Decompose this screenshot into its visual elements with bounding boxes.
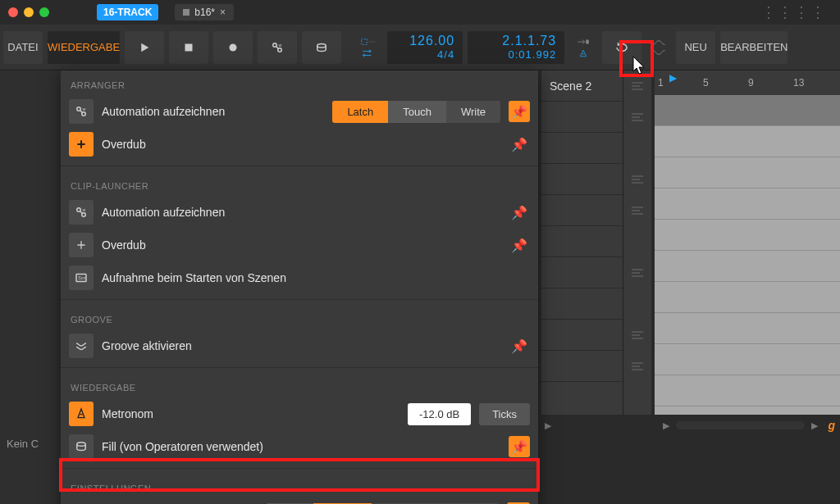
- loop-toggles[interactable]: [354, 31, 382, 64]
- bars-icon: [631, 361, 644, 371]
- stop-button[interactable]: [169, 31, 208, 64]
- tempo-display[interactable]: 126.00 4/4: [387, 31, 463, 64]
- track-icon-column: [623, 70, 651, 415]
- section-clip: CLIP-LAUNCHER: [61, 171, 538, 196]
- scroll-play-icon[interactable]: ▶: [660, 419, 673, 432]
- row-label: Automation aufzeichnen: [102, 105, 324, 118]
- row-label: Fill (von Operatoren verwendet): [102, 440, 500, 453]
- metronome-icon[interactable]: [69, 402, 94, 426]
- bars-icon: [631, 268, 644, 278]
- bars-icon: [631, 175, 644, 184]
- row-label: Aufnahme beim Starten von Szenen: [102, 271, 530, 284]
- fill-button[interactable]: [302, 31, 341, 64]
- seg-touch[interactable]: Touch: [388, 101, 446, 123]
- window-controls[interactable]: [8, 7, 49, 17]
- section-groove: GROOVE: [61, 305, 538, 329]
- pin-icon[interactable]: 📌: [509, 134, 530, 155]
- playback-menu[interactable]: WIEDERGABE: [48, 31, 120, 64]
- svg-rect-8: [586, 39, 588, 43]
- svg-point-5: [317, 43, 326, 48]
- fill-icon[interactable]: [69, 434, 94, 459]
- groove-icon[interactable]: [69, 334, 94, 358]
- curve-toggles[interactable]: [646, 31, 671, 64]
- section-arranger: ARRANGER: [61, 70, 538, 95]
- overdub-icon[interactable]: [69, 233, 94, 257]
- section-playback: WIEDERGABE: [61, 373, 538, 397]
- track-badge: 16-TRACK: [97, 4, 158, 20]
- max-dot[interactable]: [39, 7, 49, 17]
- svg-rect-6: [362, 39, 368, 44]
- tab-dirty-icon: [183, 9, 189, 16]
- svg-text:w: w: [83, 107, 86, 111]
- row-label: Overdub: [102, 138, 500, 151]
- bars-icon: [631, 81, 644, 91]
- min-dot[interactable]: [24, 7, 34, 17]
- scene-slot[interactable]: [541, 102, 623, 133]
- row-label: Overdub: [102, 238, 500, 252]
- bars-icon: [631, 206, 644, 216]
- svg-text:w: w: [83, 207, 86, 212]
- automation-icon[interactable]: w: [69, 200, 94, 225]
- edit-button[interactable]: BEARBEITEN: [720, 31, 788, 64]
- g-indicator: g: [828, 419, 835, 432]
- row-label: Automation aufzeichnen: [102, 206, 500, 219]
- row-label: Groove aktivieren: [102, 339, 500, 352]
- pin-icon[interactable]: 📌: [509, 436, 530, 457]
- left-gutter: Kein C: [0, 70, 61, 504]
- scene-record-icon[interactable]: Scn: [69, 266, 94, 290]
- pin-icon[interactable]: 📌: [509, 335, 530, 356]
- row-label: Metronom: [102, 407, 399, 420]
- grip-icon: ⋮⋮⋮⋮: [761, 3, 827, 21]
- play-button[interactable]: [125, 31, 164, 64]
- svg-point-1: [230, 43, 237, 51]
- metronome-db[interactable]: -12.0 dB: [408, 403, 471, 425]
- svg-text:Scn: Scn: [78, 275, 85, 280]
- position-display[interactable]: 2.1.1.73 0:01.992: [468, 31, 564, 64]
- scene-slot[interactable]: [541, 195, 623, 226]
- scene-slot[interactable]: [541, 288, 623, 320]
- scene-slot[interactable]: [541, 164, 623, 195]
- timeline-ruler[interactable]: ▶ 1 5 9 13: [655, 70, 840, 95]
- document-tab[interactable]: b16* ×: [175, 4, 234, 20]
- svg-point-19: [77, 443, 86, 447]
- punch-toggles[interactable]: [569, 31, 597, 64]
- h-scrollbar[interactable]: ▶ ▶ ▶ g: [541, 418, 835, 433]
- new-button[interactable]: NEU: [676, 31, 715, 64]
- record-button[interactable]: [213, 31, 253, 64]
- loop-button[interactable]: [602, 31, 641, 64]
- pin-icon[interactable]: 📌: [509, 101, 530, 122]
- svg-text:w: w: [279, 43, 282, 48]
- overdub-icon[interactable]: [69, 132, 94, 157]
- scene-slot[interactable]: [541, 226, 623, 257]
- playback-panel: ARRANGER w Automation aufzeichnen Latch …: [61, 70, 538, 504]
- no-clip-label: Kein C: [7, 438, 54, 450]
- file-menu[interactable]: DATEI: [3, 31, 43, 64]
- pin-icon[interactable]: 📌: [509, 202, 530, 223]
- scene-slot[interactable]: [541, 351, 623, 382]
- seg-latch[interactable]: Latch: [332, 101, 388, 123]
- ticks-button[interactable]: Ticks: [479, 403, 530, 425]
- automation-icon[interactable]: w: [69, 99, 94, 124]
- scene-slot[interactable]: [541, 257, 623, 288]
- pin-icon[interactable]: 📌: [509, 234, 530, 256]
- automation-write-button[interactable]: w: [258, 31, 297, 64]
- section-settings: EINSTELLUNGEN: [61, 474, 538, 498]
- scene-cell[interactable]: Scene 2: [541, 70, 623, 102]
- scene-slot[interactable]: [541, 320, 623, 351]
- bars-icon: [631, 112, 644, 122]
- svg-rect-0: [185, 43, 193, 51]
- scroll-left-icon[interactable]: ▶: [541, 419, 555, 432]
- scroll-right-icon[interactable]: ▶: [808, 419, 821, 432]
- automation-mode-group[interactable]: Latch Touch Write: [332, 101, 500, 123]
- seg-write[interactable]: Write: [446, 101, 500, 123]
- tab-close-icon[interactable]: ×: [220, 7, 226, 18]
- scene-column: Scene 2: [541, 70, 623, 415]
- scene-slot[interactable]: [541, 133, 623, 164]
- tab-title: b16*: [194, 7, 215, 18]
- arranger-timeline[interactable]: ▶ 1 5 9 13: [655, 70, 840, 415]
- bars-icon: [631, 330, 644, 340]
- close-dot[interactable]: [8, 7, 18, 17]
